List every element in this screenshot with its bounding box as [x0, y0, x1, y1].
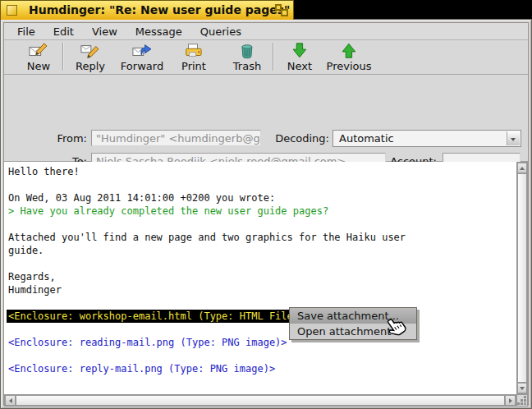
- window-title: Humdinger: "Re: New user guide pages": [29, 1, 290, 20]
- print-icon: [184, 42, 204, 60]
- popup-arrow-icon[interactable]: [507, 131, 520, 145]
- menu-bar: File Edit View Message Queries: [4, 23, 528, 40]
- grip-dots-icon: [525, 403, 525, 404]
- body-line: Regards,: [8, 270, 516, 283]
- scroll-down-button[interactable]: [517, 383, 527, 393]
- decoding-popup[interactable]: Automatic: [332, 130, 521, 147]
- menu-view[interactable]: View: [83, 24, 126, 39]
- close-button[interactable]: [7, 5, 17, 16]
- body-line: Hello there!: [8, 165, 516, 178]
- toolbar: New Reply: [4, 40, 528, 75]
- menu-queries[interactable]: Queries: [191, 24, 250, 39]
- right-arrow-icon: [509, 398, 512, 403]
- decoding-value: Automatic: [339, 132, 394, 145]
- scroll-right-button[interactable]: [505, 395, 516, 406]
- previous-button-label: Previous: [327, 60, 372, 72]
- body-line: Humdinger: [8, 283, 516, 296]
- forward-icon: [132, 42, 152, 60]
- save-attachment-menu-item[interactable]: Save attachment...: [290, 308, 416, 324]
- next-button-label: Next: [287, 60, 312, 72]
- resize-grip[interactable]: [516, 394, 528, 407]
- mail-window: File Edit View Message Queries New: [0, 19, 532, 409]
- print-button[interactable]: Print: [170, 41, 218, 73]
- next-button[interactable]: Next: [276, 41, 323, 73]
- body-line: Attached you'll find a new page and two …: [8, 231, 516, 244]
- forward-button[interactable]: Forward: [118, 41, 166, 73]
- screen: File Edit View Message Queries New: [0, 0, 532, 409]
- message-body[interactable]: Hello there! On Wed, 03 Aug 2011 14:01:0…: [4, 162, 516, 394]
- reply-icon: [80, 42, 100, 60]
- trash-button[interactable]: Trash: [223, 41, 271, 73]
- scroll-up-button[interactable]: [517, 163, 527, 173]
- from-field[interactable]: "Humdinger" <humdingerb@goog: [91, 130, 261, 146]
- quoted-line: > Have you already completed the new use…: [8, 204, 516, 218]
- left-arrow-icon: [9, 398, 12, 403]
- forward-button-label: Forward: [121, 60, 163, 72]
- menu-file[interactable]: File: [8, 24, 44, 39]
- menu-edit[interactable]: Edit: [44, 24, 83, 39]
- title-tab[interactable]: Humdinger: "Re: New user guide pages": [0, 0, 294, 20]
- message-header: From: "Humdinger" <humdingerb@goog Decod…: [4, 75, 528, 162]
- vertical-scroll-thumb[interactable]: [517, 173, 527, 383]
- zoom-icon: [275, 4, 282, 11]
- body-line: guide.: [8, 244, 516, 257]
- new-button[interactable]: New: [15, 41, 62, 73]
- window-content: File Edit View Message Queries New: [3, 22, 529, 406]
- print-button-label: Print: [181, 60, 206, 72]
- scroll-left-button[interactable]: [5, 395, 16, 406]
- reply-button-label: Reply: [76, 60, 105, 72]
- menu-message[interactable]: Message: [126, 24, 191, 39]
- next-arrow-icon: [290, 42, 310, 60]
- horizontal-scroll-thumb[interactable]: [16, 395, 505, 406]
- previous-button[interactable]: Previous: [325, 41, 373, 73]
- down-arrow-icon: [520, 387, 525, 390]
- enclosure-workshop-email-selected[interactable]: <Enclosure: workshop-email.html (Type: H…: [7, 310, 306, 323]
- trash-button-label: Trash: [233, 60, 261, 72]
- vertical-scrollbar[interactable]: [516, 162, 528, 394]
- reply-button[interactable]: Reply: [66, 41, 114, 73]
- trash-icon: [237, 42, 257, 60]
- from-label: From:: [21, 132, 87, 145]
- attachment-context-menu: Save attachment... Open attachment: [289, 307, 417, 340]
- toolbar-separator: [62, 43, 64, 71]
- horizontal-scrollbar[interactable]: [4, 394, 516, 407]
- compose-icon: [29, 42, 48, 60]
- enclosure-reading-mail[interactable]: <Enclosure: reading-mail.png (Type: PNG …: [8, 336, 516, 349]
- toolbar-separator: [273, 43, 274, 71]
- new-button-label: New: [27, 60, 50, 72]
- zoom-button[interactable]: [275, 4, 288, 16]
- enclosure-reply-mail[interactable]: <Enclosure: reply-mail.png (Type: PNG im…: [8, 362, 516, 375]
- body-line: On Wed, 03 Aug 2011 14:01:00 +0200 you w…: [8, 191, 516, 204]
- previous-arrow-icon: [339, 42, 359, 60]
- zoom-icon: [281, 9, 288, 16]
- up-arrow-icon: [520, 167, 525, 170]
- open-attachment-menu-item[interactable]: Open attachment: [290, 324, 416, 339]
- decoding-label: Decoding:: [264, 132, 329, 145]
